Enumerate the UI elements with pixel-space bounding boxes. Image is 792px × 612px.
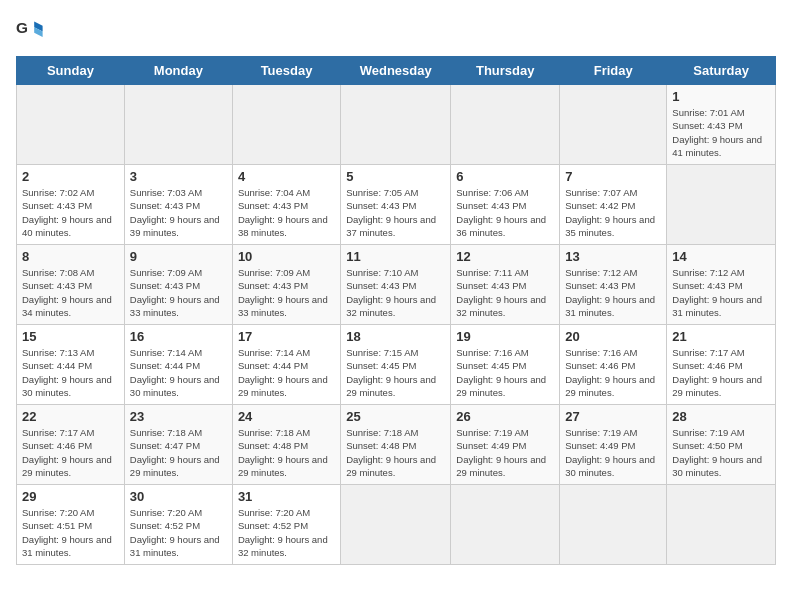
empty-cell — [560, 485, 667, 565]
calendar-body: 1Sunrise: 7:01 AMSunset: 4:43 PMDaylight… — [17, 85, 776, 565]
logo: G — [16, 16, 48, 44]
day-4: 4Sunrise: 7:04 AMSunset: 4:43 PMDaylight… — [232, 165, 340, 245]
day-3: 3Sunrise: 7:03 AMSunset: 4:43 PMDaylight… — [124, 165, 232, 245]
empty-cell — [124, 85, 232, 165]
day-10: 10Sunrise: 7:09 AMSunset: 4:43 PMDayligh… — [232, 245, 340, 325]
svg-text:G: G — [16, 19, 28, 36]
day-28: 28Sunrise: 7:19 AMSunset: 4:50 PMDayligh… — [667, 405, 776, 485]
day-9: 9Sunrise: 7:09 AMSunset: 4:43 PMDaylight… — [124, 245, 232, 325]
calendar-header: SundayMondayTuesdayWednesdayThursdayFrid… — [17, 57, 776, 85]
header-wednesday: Wednesday — [341, 57, 451, 85]
header-monday: Monday — [124, 57, 232, 85]
header-friday: Friday — [560, 57, 667, 85]
day-27: 27Sunrise: 7:19 AMSunset: 4:49 PMDayligh… — [560, 405, 667, 485]
day-18: 18Sunrise: 7:15 AMSunset: 4:45 PMDayligh… — [341, 325, 451, 405]
day-26: 26Sunrise: 7:19 AMSunset: 4:49 PMDayligh… — [451, 405, 560, 485]
day-6: 6Sunrise: 7:06 AMSunset: 4:43 PMDaylight… — [451, 165, 560, 245]
calendar-table: SundayMondayTuesdayWednesdayThursdayFrid… — [16, 56, 776, 565]
day-17: 17Sunrise: 7:14 AMSunset: 4:44 PMDayligh… — [232, 325, 340, 405]
day-31: 31Sunrise: 7:20 AMSunset: 4:52 PMDayligh… — [232, 485, 340, 565]
empty-cell — [232, 85, 340, 165]
empty-cell — [451, 85, 560, 165]
day-16: 16Sunrise: 7:14 AMSunset: 4:44 PMDayligh… — [124, 325, 232, 405]
day-29: 29Sunrise: 7:20 AMSunset: 4:51 PMDayligh… — [17, 485, 125, 565]
header-tuesday: Tuesday — [232, 57, 340, 85]
day-5: 5Sunrise: 7:05 AMSunset: 4:43 PMDaylight… — [341, 165, 451, 245]
day-25: 25Sunrise: 7:18 AMSunset: 4:48 PMDayligh… — [341, 405, 451, 485]
day-2: 2Sunrise: 7:02 AMSunset: 4:43 PMDaylight… — [17, 165, 125, 245]
day-20: 20Sunrise: 7:16 AMSunset: 4:46 PMDayligh… — [560, 325, 667, 405]
logo-icon: G — [16, 16, 44, 44]
day-22: 22Sunrise: 7:17 AMSunset: 4:46 PMDayligh… — [17, 405, 125, 485]
day-21: 21Sunrise: 7:17 AMSunset: 4:46 PMDayligh… — [667, 325, 776, 405]
empty-cell — [560, 85, 667, 165]
empty-cell — [341, 485, 451, 565]
empty-cell — [667, 165, 776, 245]
day-7: 7Sunrise: 7:07 AMSunset: 4:42 PMDaylight… — [560, 165, 667, 245]
page-header: G — [16, 16, 776, 44]
day-11: 11Sunrise: 7:10 AMSunset: 4:43 PMDayligh… — [341, 245, 451, 325]
empty-cell — [341, 85, 451, 165]
day-24: 24Sunrise: 7:18 AMSunset: 4:48 PMDayligh… — [232, 405, 340, 485]
header-sunday: Sunday — [17, 57, 125, 85]
header-thursday: Thursday — [451, 57, 560, 85]
day-14: 14Sunrise: 7:12 AMSunset: 4:43 PMDayligh… — [667, 245, 776, 325]
day-13: 13Sunrise: 7:12 AMSunset: 4:43 PMDayligh… — [560, 245, 667, 325]
empty-cell — [451, 485, 560, 565]
empty-cell — [667, 485, 776, 565]
empty-cell — [17, 85, 125, 165]
day-8: 8Sunrise: 7:08 AMSunset: 4:43 PMDaylight… — [17, 245, 125, 325]
day-12: 12Sunrise: 7:11 AMSunset: 4:43 PMDayligh… — [451, 245, 560, 325]
day-1: 1Sunrise: 7:01 AMSunset: 4:43 PMDaylight… — [667, 85, 776, 165]
day-23: 23Sunrise: 7:18 AMSunset: 4:47 PMDayligh… — [124, 405, 232, 485]
day-19: 19Sunrise: 7:16 AMSunset: 4:45 PMDayligh… — [451, 325, 560, 405]
header-saturday: Saturday — [667, 57, 776, 85]
day-15: 15Sunrise: 7:13 AMSunset: 4:44 PMDayligh… — [17, 325, 125, 405]
day-30: 30Sunrise: 7:20 AMSunset: 4:52 PMDayligh… — [124, 485, 232, 565]
